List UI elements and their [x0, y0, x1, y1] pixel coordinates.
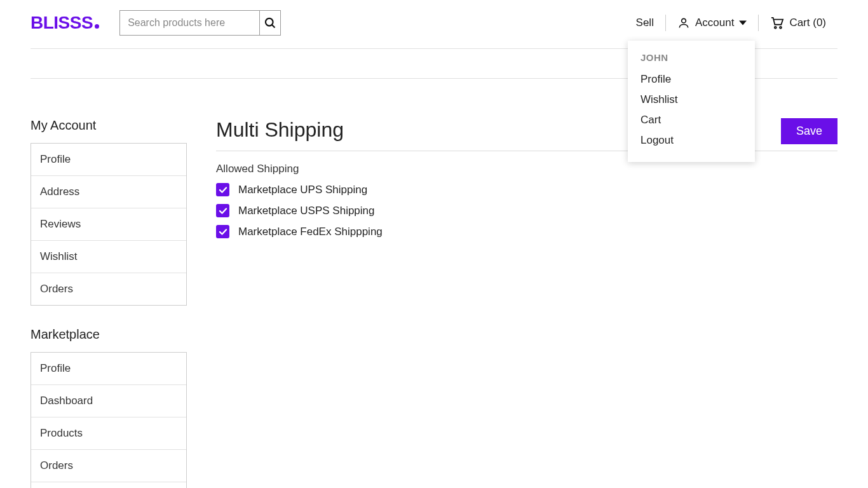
checkmark-icon	[219, 186, 227, 194]
sidebar-item-mp-dashboard[interactable]: Dashboard	[31, 385, 186, 417]
sidebar-group-marketplace: Marketplace Profile Dashboard Products O…	[31, 327, 187, 488]
checkmark-icon	[219, 207, 227, 215]
svg-point-4	[780, 27, 782, 29]
search-form	[119, 10, 281, 36]
sidebar-item-address[interactable]: Address	[31, 176, 186, 208]
sidebar-list: Profile Dashboard Products Orders Transa…	[31, 352, 187, 488]
main-content: Multi Shipping Save Allowed Shipping Mar…	[216, 118, 837, 488]
account-menu-logout[interactable]: Logout	[641, 130, 742, 151]
svg-line-1	[272, 25, 275, 28]
account-menu-trigger[interactable]: Account	[666, 17, 758, 29]
checkmark-icon	[219, 227, 227, 236]
svg-point-0	[266, 18, 273, 26]
shipping-option-row: Marketplace USPS Shipping	[216, 204, 837, 217]
checkbox-ups[interactable]	[216, 183, 229, 196]
shipping-option-row: Marketplace UPS Shipping	[216, 183, 837, 196]
allowed-shipping-label: Allowed Shipping	[216, 163, 837, 175]
person-icon	[677, 17, 690, 29]
shipping-option-label: Marketplace USPS Shipping	[238, 205, 375, 217]
sidebar-item-profile[interactable]: Profile	[31, 144, 186, 176]
caret-down-icon	[739, 19, 747, 27]
account-menu-wishlist[interactable]: Wishlist	[641, 90, 742, 110]
shipping-option-label: Marketplace FedEx Shippping	[238, 226, 383, 238]
brand-text: BLISSS	[31, 13, 93, 33]
sidebar-list: Profile Address Reviews Wishlist Orders	[31, 143, 187, 306]
sidebar-item-mp-profile[interactable]: Profile	[31, 353, 186, 385]
sidebar-item-mp-orders[interactable]: Orders	[31, 450, 186, 482]
shipping-option-label: Marketplace UPS Shipping	[238, 184, 367, 196]
page-body: My Account Profile Address Reviews Wishl…	[18, 118, 850, 488]
account-menu-profile[interactable]: Profile	[641, 69, 742, 90]
sidebar-item-reviews[interactable]: Reviews	[31, 208, 186, 241]
brand-logo[interactable]: BLISSS	[31, 13, 99, 33]
sidebar: My Account Profile Address Reviews Wishl…	[31, 118, 187, 488]
cart-label: Cart (0)	[789, 17, 826, 29]
sidebar-item-wishlist[interactable]: Wishlist	[31, 241, 186, 273]
sell-label: Sell	[636, 17, 654, 29]
shipping-option-row: Marketplace FedEx Shippping	[216, 225, 837, 238]
sidebar-group-account: My Account Profile Address Reviews Wishl…	[31, 118, 187, 306]
sidebar-item-orders[interactable]: Orders	[31, 273, 186, 305]
sidebar-heading: Marketplace	[31, 327, 187, 342]
account-dropdown: JOHN Profile Wishlist Cart Logout	[628, 41, 755, 162]
sell-link[interactable]: Sell	[625, 17, 665, 29]
header-right: Sell Account Cart (0)	[625, 15, 837, 31]
svg-point-3	[775, 27, 776, 29]
cart-icon	[770, 17, 784, 29]
checkbox-usps[interactable]	[216, 204, 229, 217]
account-user-label: JOHN	[641, 52, 742, 63]
search-input[interactable]	[119, 10, 259, 36]
brand-dot-icon	[95, 24, 99, 29]
page-title: Multi Shipping	[216, 118, 344, 142]
search-icon	[264, 17, 276, 29]
search-button[interactable]	[259, 10, 281, 36]
cart-link[interactable]: Cart (0)	[759, 17, 837, 29]
account-menu-cart[interactable]: Cart	[641, 110, 742, 130]
save-button[interactable]: Save	[781, 118, 837, 144]
svg-point-2	[682, 18, 686, 23]
sidebar-item-mp-transactions[interactable]: Transactions	[31, 482, 186, 488]
checkbox-fedex[interactable]	[216, 225, 229, 238]
account-label: Account	[695, 17, 734, 29]
header: BLISSS Sell Account	[18, 0, 850, 48]
sidebar-item-mp-products[interactable]: Products	[31, 417, 186, 450]
sidebar-heading: My Account	[31, 118, 187, 133]
